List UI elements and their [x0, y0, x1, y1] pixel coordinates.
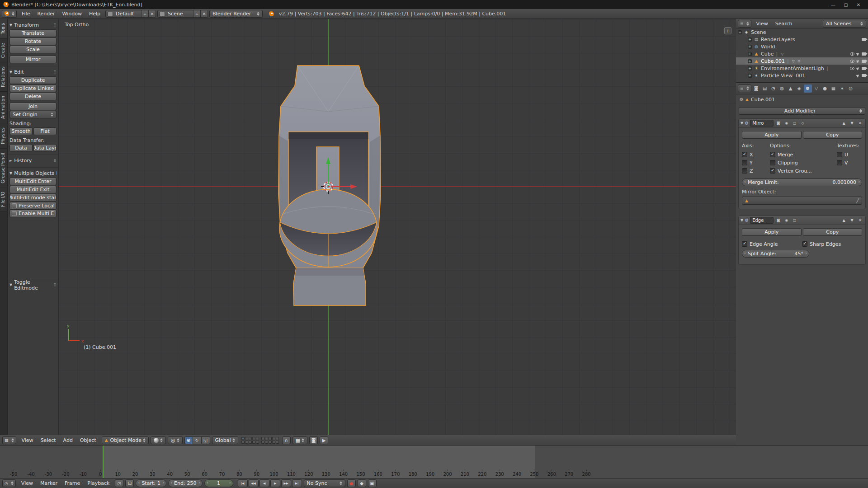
enable-multi-edit-toggle[interactable]: Enable Multi Edit ... [9, 210, 57, 217]
menu-item[interactable]: Window [59, 10, 85, 18]
eyedropper-icon[interactable]: ╱ [857, 198, 859, 203]
drag-handle-icon[interactable]: ⠿ [53, 159, 57, 163]
tool-button[interactable]: MultiEdit mode start [9, 194, 57, 202]
panel-header-history[interactable]: ► History ⠿ [9, 157, 57, 164]
toggle-viewport-icon[interactable]: ◉ [783, 217, 790, 224]
lock-button[interactable]: ⊡ [125, 479, 134, 487]
renderability-icon[interactable] [862, 60, 866, 63]
tool-shelf-tab[interactable]: Tools [0, 19, 7, 39]
layer-toggle[interactable] [272, 437, 275, 440]
join-button[interactable]: Join [9, 103, 57, 110]
add-layout-button[interactable]: + [141, 10, 148, 18]
layer-toggle[interactable] [249, 441, 252, 444]
outliner-row-particle-view[interactable]: + ∗ Particle View .001 [736, 72, 868, 79]
current-frame-field[interactable]: 1 [204, 479, 233, 487]
expand-icon[interactable]: + [748, 74, 752, 78]
transport-button[interactable]: ▶▶ [281, 479, 291, 487]
split-angle-slider[interactable]: Split Angle: 45° [742, 250, 809, 258]
layer-toggle[interactable] [265, 441, 268, 444]
tool-shelf-tab[interactable]: File I/O [0, 188, 7, 211]
toggle-render-icon[interactable]: ◙ [775, 217, 782, 224]
transport-button[interactable]: ▶ [270, 479, 280, 487]
checkbox-texture-u[interactable]: U [837, 150, 862, 159]
move-up-button[interactable]: ▲ [840, 217, 847, 224]
outliner-row-environmentambientlight[interactable]: + ☀ EnvironmentAmbientLight | [736, 65, 868, 72]
visibility-icon[interactable] [850, 60, 854, 63]
layer-toggle[interactable] [252, 437, 255, 440]
delete-modifier-button[interactable]: ✕ [857, 217, 863, 224]
close-button[interactable]: ✕ [852, 0, 865, 9]
scene-selector[interactable]: Scene + ✕ [157, 10, 208, 18]
visibility-icon[interactable] [850, 67, 854, 70]
tool-button[interactable]: Delete [9, 93, 57, 100]
properties-tab[interactable]: ∗ [838, 84, 846, 93]
layer-toggle[interactable] [256, 437, 259, 440]
merge-limit-slider[interactable]: Merge Limit: 0.001000 [742, 178, 862, 186]
layer-toggle[interactable] [245, 441, 248, 444]
outliner-row-cube[interactable]: + ▲ Cube | ▽ [736, 50, 868, 57]
transport-button[interactable]: ◀ [259, 479, 269, 487]
layer-toggle[interactable] [241, 441, 245, 444]
layer-toggle[interactable] [241, 437, 245, 440]
properties-tab[interactable]: ◎ [847, 84, 855, 93]
timeline-canvas[interactable]: -50-40-30-20-100102030405060708090100110… [0, 445, 868, 478]
menu-item[interactable]: Marker [37, 479, 61, 487]
keying-set-button[interactable]: ◆ [358, 479, 366, 487]
layer-toggle[interactable] [276, 441, 279, 444]
panel-header-transform[interactable]: ▼ Transform ⠿ [9, 21, 57, 29]
add-scene-button[interactable]: + [193, 10, 200, 18]
menu-item[interactable]: View [18, 436, 37, 444]
data-button[interactable]: Data [9, 144, 33, 152]
expand-icon[interactable]: + [748, 66, 752, 70]
flat-button[interactable]: Flat [33, 127, 57, 135]
menu-item[interactable]: Playback [84, 479, 113, 487]
smooth-button[interactable]: Smooth [9, 127, 33, 135]
layer-toggle[interactable] [265, 437, 268, 440]
editor-type-button[interactable]: ▦ [2, 436, 16, 444]
outliner-row-renderlayers[interactable]: + ▤ RenderLayers [736, 36, 868, 43]
start-frame-field[interactable]: Start: 1 [136, 479, 166, 487]
outliner-filter-select[interactable]: All Scenes [823, 20, 866, 28]
panel-header-edit[interactable]: ▼ Edit ⠿ [9, 68, 57, 76]
panel-open-icon[interactable]: ▼ [741, 121, 743, 125]
toggle-editmode-icon[interactable]: ▢ [791, 120, 798, 127]
menu-item[interactable]: Render [33, 10, 58, 18]
layer-toggle[interactable] [261, 441, 264, 444]
move-down-button[interactable]: ▼ [849, 217, 855, 224]
checkbox-clipping[interactable]: Clipping [770, 159, 835, 167]
properties-tab[interactable]: ▦ [830, 84, 838, 93]
end-frame-field[interactable]: End: 250 [168, 479, 203, 487]
preview-range-button[interactable]: ◷ [115, 479, 123, 487]
tool-button[interactable]: Rotate [9, 38, 57, 45]
tool-shelf-tab[interactable]: Relations [0, 62, 7, 92]
transport-button[interactable]: ▶| [292, 479, 302, 487]
toggle-cage-icon[interactable]: ◇ [799, 120, 806, 127]
expand-icon[interactable]: + [748, 45, 752, 49]
tool-shelf-tab[interactable]: Create [0, 39, 7, 62]
tool-button[interactable]: Scale [9, 46, 57, 53]
renderability-icon[interactable] [862, 74, 866, 77]
panel-open-icon[interactable]: ▼ [741, 218, 743, 222]
tool-shelf-tab[interactable]: Grease Pencil [0, 149, 7, 188]
properties-tab[interactable]: ◍ [778, 84, 786, 93]
checkbox-sharp-edges[interactable]: Sharp Edges [802, 240, 862, 248]
editor-type-button[interactable] [2, 10, 17, 18]
layer-toggle[interactable] [249, 437, 252, 440]
transport-button[interactable]: |◀ [238, 479, 248, 487]
set-origin-select[interactable]: Set Origin [9, 111, 57, 118]
expand-icon[interactable]: + [748, 52, 752, 56]
selectability-icon[interactable] [856, 73, 860, 77]
checkbox-merge[interactable]: Merge [770, 150, 835, 159]
manipulator-scale-button[interactable]: ◱ [202, 436, 210, 444]
expand-icon[interactable]: + [748, 38, 752, 42]
mirror-button[interactable]: Mirror [9, 56, 57, 63]
mirror-object-field[interactable]: ▲ ╱ [742, 197, 862, 205]
drag-handle-icon[interactable]: ⠿ [53, 23, 57, 28]
checkbox-texture-v[interactable]: V [837, 159, 862, 167]
properties-tab[interactable]: ● [821, 84, 829, 93]
renderability-icon[interactable] [862, 67, 866, 70]
toggle-viewport-icon[interactable]: ◉ [783, 120, 790, 127]
data-layout-button[interactable]: Data Layo [33, 144, 57, 152]
apply-button[interactable]: Apply [742, 131, 802, 139]
delete-layout-button[interactable]: ✕ [148, 10, 156, 18]
